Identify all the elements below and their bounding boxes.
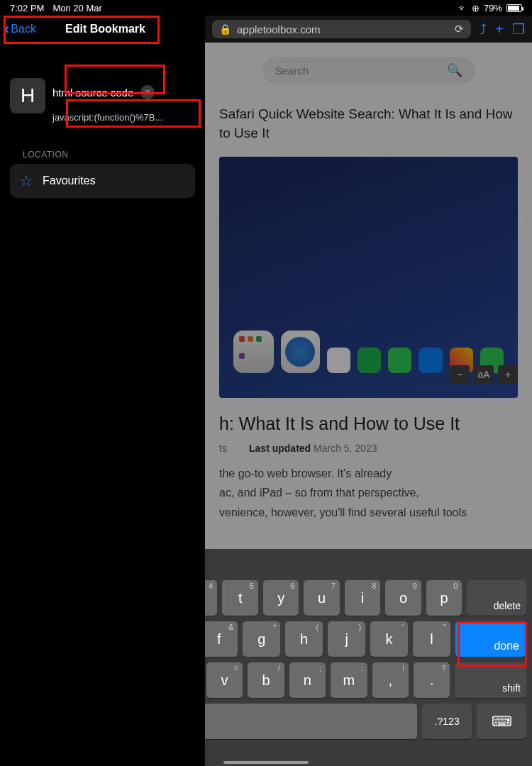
key-v[interactable]: =v <box>206 662 243 698</box>
star-icon: ☆ <box>20 172 33 189</box>
clear-name-button[interactable]: ✕ <box>140 85 155 99</box>
dock-launchpad-icon <box>233 331 274 373</box>
location-row[interactable]: ☆ Favourites <box>10 164 195 198</box>
article-body: the go-to web browser. It's already ac, … <box>219 464 518 522</box>
key-l[interactable]: "l <box>413 621 450 657</box>
tabs-icon[interactable]: ❐ <box>512 21 525 38</box>
text-size-controls: − aA + <box>450 365 518 384</box>
orientation-lock-icon: ⊕ <box>472 3 480 13</box>
sidebar-title: Edit Bookmark <box>65 23 145 35</box>
key-i[interactable]: 8i <box>345 580 380 616</box>
key-k[interactable]: 'k <box>370 621 408 657</box>
status-time: 7:02 PM <box>10 3 44 13</box>
bookmark-favicon: H <box>10 78 45 113</box>
hero-image <box>219 157 518 398</box>
key-done[interactable]: done <box>455 621 526 657</box>
key-f[interactable]: &f <box>200 621 238 657</box>
wifi-icon: ᯤ <box>458 3 467 13</box>
breadcrumb-title: Safari Quick Website Search: What It Is … <box>219 105 518 143</box>
text-smaller-button[interactable]: − <box>450 365 470 384</box>
text-larger-button[interactable]: + <box>498 365 518 384</box>
search-icon: 🔍 <box>447 62 462 78</box>
search-placeholder: Search <box>275 65 309 77</box>
back-button[interactable]: ‹ Back <box>4 20 36 38</box>
battery-icon <box>506 4 522 12</box>
dock-spotify-icon <box>358 348 381 373</box>
key-t[interactable]: 5t <box>222 580 257 616</box>
key-dismiss[interactable]: ⌨ <box>477 704 526 739</box>
key-shift-right[interactable]: shift <box>455 662 526 698</box>
key-o[interactable]: 9o <box>385 580 421 616</box>
dock-messages-icon <box>388 348 411 373</box>
key-p[interactable]: 0p <box>426 580 462 616</box>
edit-bookmark-sidebar: ‹ Back Edit Bookmark H html source code … <box>0 16 205 766</box>
battery-percent: 79% <box>484 3 502 13</box>
key-u[interactable]: 7u <box>304 580 339 616</box>
url-bar[interactable]: 🔒 appletoolbox.com ⟳ <box>212 20 471 38</box>
key-b[interactable]: /b <box>248 662 284 698</box>
home-indicator[interactable] <box>223 761 309 764</box>
status-bar: 7:02 PM Mon 20 Mar ᯤ ⊕ 79% <box>0 0 532 16</box>
dock-mail-icon <box>419 348 442 373</box>
chevron-left-icon: ‹ <box>4 20 9 38</box>
article-byline: ts Last updated March 5, 2023 <box>219 443 518 454</box>
bookmark-name-input[interactable]: html source code <box>52 87 133 99</box>
key-space[interactable] <box>170 704 418 739</box>
lock-icon: 🔒 <box>219 23 231 35</box>
key-delete[interactable]: delete <box>467 580 526 616</box>
new-tab-icon[interactable]: + <box>495 21 504 38</box>
text-size-indicator[interactable]: aA <box>474 365 494 384</box>
location-value: Favourites <box>43 174 96 187</box>
key-g[interactable]: *g <box>243 621 280 657</box>
back-label: Back <box>11 23 36 35</box>
key-n[interactable]: ;n <box>289 662 326 698</box>
key-j[interactable]: )j <box>328 621 365 657</box>
key-h[interactable]: (h <box>285 621 323 657</box>
key-,[interactable]: !, <box>372 662 409 698</box>
article-title: h: What It Is and How to Use It <box>219 413 518 434</box>
share-icon[interactable]: ⤴ <box>480 21 487 38</box>
status-date: Mon 20 Mar <box>52 3 101 13</box>
key-y[interactable]: 6y <box>263 580 299 616</box>
key-numbers-right[interactable]: .?123 <box>422 704 472 739</box>
dock-safari-icon <box>281 331 320 373</box>
location-section-label: LOCATION <box>23 150 195 160</box>
bookmark-url-input[interactable]: javascript:(function()%7B... <box>52 106 195 128</box>
site-search-input[interactable]: Search 🔍 <box>262 57 475 84</box>
browser-toolbar: 🔒 appletoolbox.com ⟳ ⤴ + ❐ <box>205 16 532 43</box>
domain-text: appletoolbox.com <box>237 23 321 35</box>
reload-icon[interactable]: ⟳ <box>455 23 464 35</box>
dock-chrome-icon <box>327 348 350 373</box>
key-m[interactable]: :m <box>331 662 367 698</box>
key-.[interactable]: ?. <box>414 662 450 698</box>
